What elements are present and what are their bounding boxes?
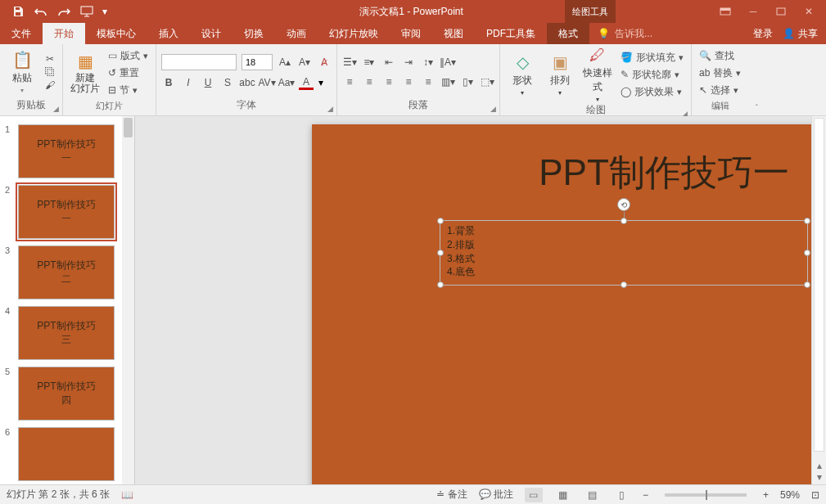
clear-format-button[interactable]: A̷ (317, 55, 332, 70)
find-button[interactable]: 🔍查找 (697, 48, 737, 64)
align-left-button[interactable]: ≡ (342, 74, 357, 89)
paste-button[interactable]: 📋 粘贴 ▾ (5, 50, 39, 94)
smartart-button[interactable]: ⬚▾ (480, 74, 494, 89)
tab-insert[interactable]: 插入 (147, 23, 190, 44)
tab-design[interactable]: 设计 (190, 23, 232, 44)
prev-slide-button[interactable]: ▴ (812, 460, 826, 471)
thumbnail-scrollbar[interactable] (122, 116, 134, 484)
resize-handle-sw[interactable] (437, 281, 444, 288)
qat-slideshow-button[interactable] (75, 0, 98, 23)
textbox-content[interactable]: 1.背景2.排版3.格式4.底色 (440, 221, 807, 282)
distribute-button[interactable]: ≡ (421, 74, 436, 89)
comments-toggle[interactable]: 💬 批注 (479, 488, 513, 502)
resize-handle-ne[interactable] (804, 218, 810, 224)
tab-animation[interactable]: 动画 (275, 23, 318, 44)
tab-transition[interactable]: 切换 (232, 23, 275, 44)
resize-handle-se[interactable] (804, 281, 810, 288)
align-center-button[interactable]: ≡ (362, 74, 377, 89)
reset-button[interactable]: ↺重置 (106, 65, 151, 81)
vertical-scrollbar[interactable]: ▴▾ (811, 116, 826, 484)
tab-pdf[interactable]: PDF工具集 (475, 23, 547, 44)
increase-font-button[interactable]: A▴ (278, 55, 292, 70)
increase-indent-button[interactable]: ⇥ (401, 55, 416, 70)
columns-button[interactable]: ▥▾ (440, 74, 455, 89)
bold-button[interactable]: B (161, 75, 176, 90)
arrange-button[interactable]: ▣排列▾ (543, 52, 577, 97)
tab-view[interactable]: 视图 (432, 23, 475, 44)
bullets-button[interactable]: ☰▾ (342, 55, 357, 70)
slide-thumbnail-1[interactable]: 1PPT制作技巧 一 (0, 121, 134, 182)
login-link[interactable]: 登录 (753, 27, 773, 41)
tab-format[interactable]: 格式 (547, 23, 589, 44)
selected-textbox[interactable]: ⟲ 1.背景2.排版3.格式4.底色 (440, 220, 808, 286)
select-button[interactable]: ↖选择 ▾ (697, 83, 741, 98)
change-case-button[interactable]: Aa▾ (279, 75, 294, 90)
clipboard-dialog-launcher[interactable]: ◢ (53, 105, 59, 113)
slideshow-view-button[interactable]: ▯ (613, 488, 631, 502)
zoom-slider[interactable] (665, 493, 747, 497)
layout-button[interactable]: ▭版式 ▾ (106, 48, 151, 64)
new-slide-button[interactable]: ▦ 新建 幻灯片 (68, 52, 102, 94)
text-direction-button[interactable]: ‖A▾ (440, 55, 455, 70)
notes-toggle[interactable]: ≐ 备注 (436, 488, 467, 502)
slide-thumbnail-4[interactable]: 4PPT制作技巧 三 (0, 303, 134, 363)
zoom-percent[interactable]: 59% (780, 489, 800, 501)
line-spacing-button[interactable]: ↕▾ (421, 55, 436, 70)
font-color-button[interactable]: A (299, 75, 314, 90)
font-size-combo[interactable] (241, 54, 273, 70)
italic-button[interactable]: I (181, 75, 196, 90)
zoom-in-button[interactable]: + (763, 489, 769, 501)
shadow-button[interactable]: abc (240, 75, 255, 90)
shapes-button[interactable]: ◇形状▾ (505, 52, 539, 97)
sorter-view-button[interactable]: ▦ (554, 488, 572, 502)
minimize-button[interactable]: ─ (739, 0, 767, 23)
shape-fill-button[interactable]: 🪣形状填充 ▾ (618, 50, 686, 65)
zoom-out-button[interactable]: − (643, 489, 648, 501)
resize-handle-s[interactable] (621, 281, 627, 288)
strikethrough-button[interactable]: S (220, 75, 235, 90)
slide-thumbnail-3[interactable]: 3PPT制作技巧 二 (0, 242, 134, 303)
numbering-button[interactable]: ≡▾ (362, 55, 377, 70)
close-button[interactable]: ✕ (795, 0, 823, 23)
next-slide-button[interactable]: ▾ (812, 471, 826, 483)
normal-view-button[interactable]: ▭ (525, 488, 543, 502)
cut-button[interactable]: ✂ (43, 53, 57, 65)
char-spacing-button[interactable]: AV▾ (260, 75, 274, 90)
rotation-handle[interactable]: ⟲ (617, 198, 630, 211)
tab-review[interactable]: 审阅 (390, 23, 432, 44)
scrollbar-thumb[interactable] (814, 118, 824, 452)
tab-slideshow[interactable]: 幻灯片放映 (318, 23, 390, 44)
spellcheck-icon[interactable]: 📖 (121, 489, 133, 501)
slide-thumbnail-pane[interactable]: 1PPT制作技巧 一2PPT制作技巧 一3PPT制作技巧 二4PPT制作技巧 三… (0, 116, 135, 484)
replace-button[interactable]: ab替换 ▾ (697, 65, 743, 81)
qat-undo-button[interactable] (29, 0, 52, 23)
section-button[interactable]: ⊟节 ▾ (106, 83, 151, 98)
slide-thumbnail-5[interactable]: 5PPT制作技巧 四 (0, 363, 134, 424)
tell-me-search[interactable]: 💡 告诉我... (589, 23, 753, 44)
ribbon-display-button[interactable] (711, 0, 739, 23)
collapse-ribbon-button[interactable]: ˆ (748, 44, 765, 115)
slide-counter[interactable]: 幻灯片 第 2 张，共 6 张 (7, 488, 110, 502)
align-right-button[interactable]: ≡ (381, 74, 396, 89)
align-text-button[interactable]: ▯▾ (460, 74, 475, 89)
share-button[interactable]: 👤共享 (783, 27, 818, 41)
reading-view-button[interactable]: ▤ (584, 488, 602, 502)
qat-redo-button[interactable] (52, 0, 75, 23)
resize-handle-nw[interactable] (437, 218, 444, 224)
decrease-font-button[interactable]: A▾ (297, 55, 312, 70)
paragraph-dialog-launcher[interactable]: ◢ (490, 105, 496, 113)
slide-thumbnail-6[interactable]: 6 (0, 424, 134, 484)
copy-button[interactable]: ⿻ (43, 66, 57, 78)
quick-styles-button[interactable]: 🖊快速样式▾ (580, 46, 615, 103)
slide-title-placeholder[interactable]: PPT制作技巧一 (476, 149, 826, 197)
tab-file[interactable]: 文件 (0, 23, 43, 44)
tab-template[interactable]: 模板中心 (85, 23, 147, 44)
shape-effects-button[interactable]: ◯形状效果 ▾ (618, 84, 686, 100)
decrease-indent-button[interactable]: ⇤ (381, 55, 396, 70)
resize-handle-e[interactable] (804, 250, 810, 256)
underline-button[interactable]: U (201, 75, 215, 90)
tab-home[interactable]: 开始 (43, 23, 85, 44)
maximize-button[interactable] (767, 0, 795, 23)
qat-save-button[interactable] (7, 0, 29, 23)
slide-canvas[interactable]: PPT制作技巧一 ⟲ 1.背景2.排版3.格式4.底色 (312, 124, 826, 484)
